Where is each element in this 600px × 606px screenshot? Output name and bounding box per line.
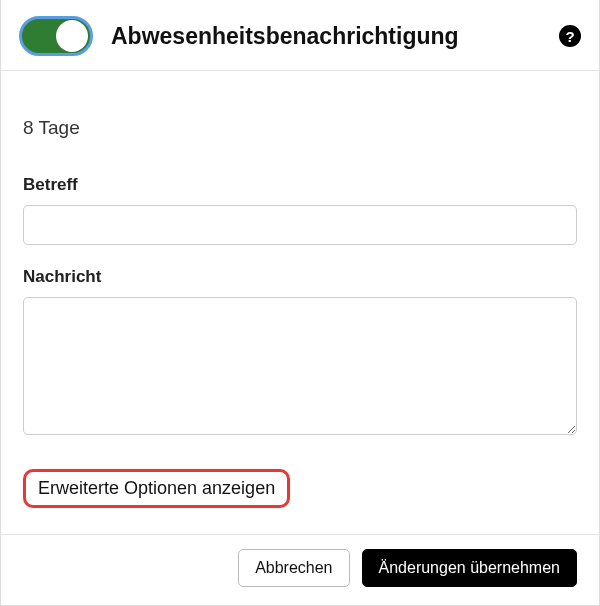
message-label: Nachricht [23, 267, 577, 287]
panel-footer: Abbrechen Änderungen übernehmen [1, 534, 599, 605]
panel-body-scroll[interactable]: 8 Tage Betreff Nachricht Erweiterte Opti… [1, 71, 599, 534]
cancel-button[interactable]: Abbrechen [238, 549, 349, 587]
subject-input[interactable] [23, 205, 577, 245]
panel-header: Abwesenheitsbenachrichtigung ? [1, 0, 599, 71]
subject-label: Betreff [23, 175, 577, 195]
toggle-knob [56, 20, 88, 52]
enable-toggle[interactable] [19, 16, 93, 56]
save-button[interactable]: Änderungen übernehmen [362, 549, 577, 587]
message-textarea[interactable] [23, 297, 577, 435]
out-of-office-panel: Abwesenheitsbenachrichtigung ? 8 Tage Be… [0, 0, 600, 606]
days-value: 8 Tage [23, 117, 577, 139]
panel-title: Abwesenheitsbenachrichtigung [111, 23, 541, 50]
help-icon[interactable]: ? [559, 25, 581, 47]
advanced-options-button[interactable]: Erweiterte Optionen anzeigen [23, 469, 290, 508]
